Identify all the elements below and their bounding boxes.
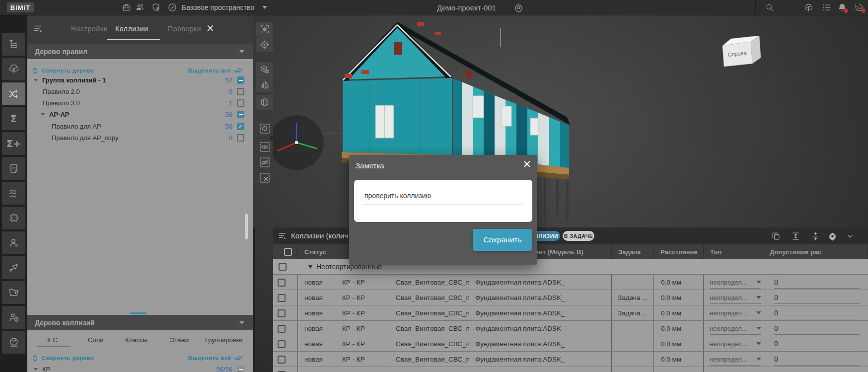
select-all-checkbox[interactable] <box>284 248 292 256</box>
table-menu-icon[interactable] <box>278 231 288 243</box>
task-list-icon[interactable] <box>821 2 833 13</box>
node-checkbox[interactable] <box>237 134 244 142</box>
tab-classes[interactable]: Классы <box>125 336 147 344</box>
measure-button[interactable] <box>256 62 273 77</box>
save-button[interactable]: Сохранить <box>473 229 532 251</box>
header-status[interactable]: Статус <box>298 244 334 259</box>
tree-node-rule[interactable]: Правило для АР 56 <box>27 121 253 132</box>
check-circle-icon[interactable] <box>166 2 178 13</box>
table-row[interactable]: новаяКР - КРСвая_Винтовая_СВС_по_ТУ_Фунд… <box>273 274 868 290</box>
panel-resize-grip[interactable] <box>245 214 248 239</box>
approvals-tool[interactable] <box>2 231 25 254</box>
structure-tree-tool[interactable] <box>2 33 25 56</box>
type-dropdown[interactable]: неопредел... <box>710 338 761 350</box>
sum-tool[interactable]: Σ <box>2 107 25 130</box>
show-selected-button[interactable] <box>256 140 273 154</box>
tree-node-rule[interactable]: Правило 2.0 0 <box>27 86 253 97</box>
row-height-icon[interactable] <box>790 230 801 241</box>
select-all-link[interactable]: Выделить всё <box>188 355 231 361</box>
table-settings-gear-icon[interactable] <box>826 230 838 241</box>
tab-groupings[interactable]: Группировки <box>205 336 243 344</box>
export-folder-tool[interactable] <box>2 281 25 304</box>
sum-add-tool[interactable]: Σ+ <box>2 132 25 155</box>
header-distance[interactable]: Расстояние <box>654 244 704 259</box>
header-allowed-distance[interactable]: Допустимое рас <box>767 244 868 259</box>
filter-in-task-pill[interactable]: В ЗАДАЧЕ <box>563 231 594 241</box>
section-box-button[interactable] <box>256 95 273 110</box>
node-expand-arrow[interactable] <box>34 368 38 371</box>
allowed-distance-field[interactable]: 0 <box>774 276 860 289</box>
workspace-caret-icon[interactable] <box>262 6 267 9</box>
duplicate-icon[interactable] <box>770 230 782 241</box>
collapse-tree-link[interactable]: Свернуть дерево <box>42 68 94 74</box>
user-location-tool[interactable] <box>2 306 25 329</box>
node-checkbox[interactable] <box>237 88 244 95</box>
row-checkbox[interactable] <box>278 325 286 333</box>
table-row[interactable]: новаяКР - КРСвая_Винтовая_СВС_по_ТУ_Фунд… <box>273 351 868 367</box>
table-row[interactable]: новаяКР - КРСвая_Винтовая_СВС_по_ТУ_Фунд… <box>273 305 868 321</box>
collapse-panel-icon[interactable] <box>33 23 44 36</box>
tab-ifc[interactable]: IFC <box>47 336 58 344</box>
dashboard-gauge-tool[interactable] <box>2 331 25 354</box>
locate-button[interactable] <box>256 37 273 52</box>
node-checkbox[interactable] <box>237 366 244 372</box>
tab-checks[interactable]: Проверки <box>168 25 201 33</box>
type-dropdown[interactable]: неопредел... <box>710 307 761 319</box>
allowed-distance-field[interactable]: 0 <box>774 353 860 366</box>
double-check-icon[interactable] <box>233 67 244 74</box>
row-checkbox[interactable] <box>278 340 286 348</box>
zoom-fit-button[interactable] <box>256 22 273 37</box>
node-checkbox[interactable] <box>237 76 244 84</box>
charts-tool[interactable] <box>2 182 25 205</box>
collisions-tool[interactable] <box>2 82 25 105</box>
construction-tool[interactable] <box>2 256 25 279</box>
rules-tree-header[interactable]: Дерево правил <box>27 44 253 59</box>
fit-rows-icon[interactable] <box>809 230 821 241</box>
plugins-tool[interactable] <box>2 207 25 229</box>
allowed-distance-field[interactable]: 0 <box>774 307 860 319</box>
tree-node-group[interactable]: Группа коллизий - 1 57 <box>27 74 253 86</box>
clear-selection-button[interactable] <box>256 170 273 185</box>
header-select-all[interactable] <box>273 244 298 259</box>
collapse-tree-link[interactable]: Свернуть дерево <box>42 355 94 361</box>
table-row[interactable]: новаяКР - КРСвая_Винтовая_СВС_по_ТУ_Фунд… <box>273 367 868 372</box>
tab-collisions[interactable]: Коллизии <box>115 25 148 33</box>
table-row[interactable]: новаяКР - КРСвая_Винтовая_СВС_по_ТУ_Фунд… <box>273 290 868 305</box>
shield-status-icon[interactable] <box>150 2 162 13</box>
search-icon[interactable] <box>764 2 776 13</box>
row-checkbox[interactable] <box>278 356 286 364</box>
row-checkbox[interactable] <box>278 279 286 287</box>
projects-icon[interactable] <box>121 2 133 13</box>
note-input[interactable]: проверить коллизию <box>354 180 532 222</box>
allowed-distance-field[interactable]: 0 <box>774 292 860 304</box>
project-settings-gear-icon[interactable] <box>512 2 524 13</box>
tree-node-kr[interactable]: КР 56/56 <box>27 364 253 372</box>
double-check-icon[interactable] <box>233 355 244 362</box>
allowed-distance-field[interactable]: 0 <box>774 369 860 372</box>
node-expand-arrow[interactable] <box>41 113 45 116</box>
selection-box-button[interactable] <box>256 121 273 136</box>
select-all-link[interactable]: Выделить всё <box>188 68 231 74</box>
group-checkbox[interactable] <box>279 263 287 271</box>
node-checkbox[interactable] <box>237 99 244 107</box>
tab-floors[interactable]: Этажи <box>170 336 189 344</box>
allowed-distance-field[interactable]: 0 <box>774 322 860 335</box>
panel-splitter-handle[interactable] <box>130 312 147 314</box>
header-type[interactable]: Тип <box>704 244 767 259</box>
tree-node-subgroup[interactable]: АР-АР 56 <box>27 109 253 120</box>
tree-node-rule[interactable]: Правило 3.0 1 <box>27 97 253 109</box>
workspace-selector[interactable]: Базовое пространство <box>182 0 254 15</box>
type-dropdown[interactable]: неопредел... <box>710 322 761 335</box>
2d-view-tool[interactable]: 2D <box>2 157 25 180</box>
node-checkbox[interactable] <box>237 111 244 118</box>
section-flip-button[interactable] <box>256 77 273 92</box>
collisions-tree-header[interactable]: Дерево коллизий <box>27 315 253 330</box>
allowed-distance-field[interactable]: 0 <box>774 338 860 350</box>
tab-settings[interactable]: Настройки <box>71 25 108 33</box>
header-task[interactable]: Задача <box>612 244 654 259</box>
dialog-close-icon[interactable]: ✕ <box>522 159 531 170</box>
collapse-table-chevron-icon[interactable] <box>844 230 856 241</box>
row-checkbox[interactable] <box>278 309 286 317</box>
model-tree-icon[interactable] <box>802 2 814 13</box>
tab-layers[interactable]: Слои <box>88 336 104 344</box>
